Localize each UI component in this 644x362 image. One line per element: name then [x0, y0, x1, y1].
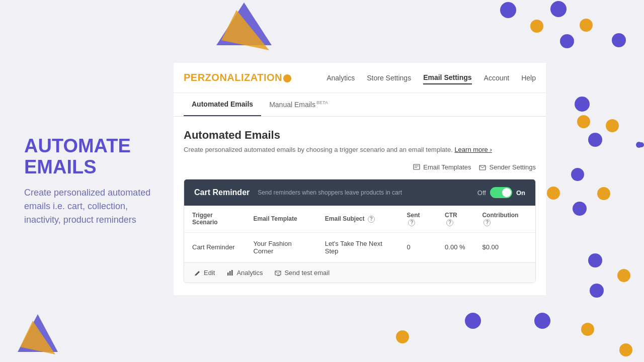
promo-heading: AUTOMATE EMAILS: [24, 136, 165, 178]
row-sent: 0: [398, 232, 437, 262]
decorative-dot-22: [619, 343, 632, 356]
decorative-dot-19: [534, 313, 550, 329]
nav-analytics[interactable]: Analytics: [327, 72, 355, 84]
th-subject-label: Email Subject: [325, 215, 365, 222]
contribution-info-icon[interactable]: ?: [484, 219, 491, 226]
brand-name: PERZONALIZATION: [184, 72, 282, 83]
ctr-info-icon[interactable]: ?: [446, 219, 453, 226]
toggle-track[interactable]: [490, 187, 512, 198]
page-title: Automated Emails: [184, 129, 536, 142]
th-ctr: CTR ?: [437, 206, 474, 232]
th-ctr-label: CTR: [445, 212, 457, 219]
navbar: PERZONALIZATION Analytics Store Settings…: [174, 63, 546, 93]
bottom-left-logo-decoration: [15, 312, 60, 357]
nav-links: Analytics Store Settings Email Settings …: [327, 71, 536, 84]
sender-settings-label: Sender Settings: [489, 163, 536, 171]
row-trigger: Cart Reminder: [184, 232, 246, 262]
decorative-dot-8: [606, 119, 619, 132]
email-table: Trigger Scenario Email Template Email Su…: [184, 206, 535, 262]
th-subject: Email Subject ?: [317, 206, 399, 232]
decorative-dot-11: [571, 168, 584, 181]
action-row: Email Templates Sender Settings: [184, 163, 536, 171]
toggle-off-label: Off: [477, 189, 486, 197]
toggle-switch[interactable]: [490, 187, 512, 198]
decorative-dot-1: [550, 1, 567, 17]
template-icon: [413, 164, 420, 171]
page-description: Create personalized automated emails by …: [184, 146, 536, 153]
tab-manual-label: Manual Emails: [269, 101, 315, 109]
decorative-dot-3: [580, 19, 593, 32]
send-test-label: Send test email: [284, 269, 330, 277]
top-logo-decoration: [211, 0, 277, 55]
decorative-dot-5: [612, 33, 626, 47]
th-template: Email Template: [246, 206, 317, 232]
learn-more-link[interactable]: Learn more ›: [454, 146, 492, 153]
page-desc-text: Create personalized automated emails by …: [184, 146, 453, 153]
content-area: Automated Emails Create personalized aut…: [174, 117, 546, 295]
svg-rect-11: [231, 270, 233, 276]
tabs-bar: Automated Emails Manual EmailsBETA: [174, 93, 546, 117]
brand-logo[interactable]: PERZONALIZATION: [184, 72, 291, 83]
card-title: Cart Reminder: [194, 188, 250, 197]
decorative-dot-18: [465, 313, 481, 329]
table-row: Cart Reminder Your Fashion Corner Let's …: [184, 232, 535, 262]
nav-email-settings[interactable]: Email Settings: [423, 71, 471, 84]
sent-info-icon[interactable]: ?: [408, 219, 415, 226]
decorative-dot-10: [636, 142, 642, 148]
send-test-icon: [275, 269, 281, 276]
card-description: Send reminders when shoppers leave produ…: [258, 189, 402, 196]
decorative-dot-4: [560, 34, 574, 48]
decorative-dot-14: [573, 202, 587, 216]
decorative-dot-2: [530, 20, 543, 33]
promo-body: Create personalized automated emails i.e…: [24, 186, 165, 227]
nav-store-settings[interactable]: Store Settings: [367, 72, 411, 84]
th-sent-label: Sent: [407, 212, 420, 219]
th-contribution-label: Contribution: [482, 212, 518, 219]
tab-automated-emails[interactable]: Automated Emails: [184, 93, 261, 116]
table-header-row: Trigger Scenario Email Template Email Su…: [184, 206, 535, 232]
beta-badge: BETA: [316, 100, 328, 105]
decorative-dot-0: [500, 2, 516, 18]
row-template: Your Fashion Corner: [246, 232, 317, 262]
svg-rect-4: [414, 164, 420, 169]
decorative-dot-15: [588, 253, 602, 267]
decorative-dot-7: [577, 115, 590, 128]
svg-rect-10: [229, 271, 231, 276]
decorative-dot-20: [396, 330, 409, 343]
analytics-button[interactable]: Analytics: [227, 269, 263, 277]
decorative-dot-21: [581, 323, 594, 336]
edit-label: Edit: [204, 269, 215, 277]
decorative-dot-16: [617, 269, 630, 282]
decorative-dot-12: [547, 187, 560, 200]
svg-rect-9: [227, 273, 229, 276]
nav-account[interactable]: Account: [484, 72, 510, 84]
card-header: Cart Reminder Send reminders when shoppe…: [184, 179, 535, 206]
sender-settings-button[interactable]: Sender Settings: [479, 163, 536, 171]
sender-icon: [479, 164, 486, 171]
row-subject: Let's Take The Next Step: [317, 232, 399, 262]
card-footer: Edit Analytics Send test email: [184, 262, 535, 283]
row-ctr: 0.00 %: [437, 232, 474, 262]
brand-icon: [283, 74, 291, 82]
th-sent: Sent ?: [398, 206, 437, 232]
decorative-dot-23: [639, 142, 644, 147]
analytics-icon: [227, 269, 233, 276]
left-promo-content: AUTOMATE EMAILS Create personalized auto…: [24, 136, 165, 227]
th-contribution: Contribution ?: [474, 206, 535, 232]
nav-help[interactable]: Help: [521, 72, 536, 84]
subject-info-icon[interactable]: ?: [368, 216, 375, 223]
toggle-thumb: [502, 188, 511, 197]
analytics-label: Analytics: [236, 269, 263, 277]
edit-icon: [194, 269, 201, 276]
row-contribution: $0.00: [474, 232, 535, 262]
send-test-button[interactable]: Send test email: [275, 269, 330, 277]
edit-button[interactable]: Edit: [194, 269, 215, 277]
cart-reminder-card: Cart Reminder Send reminders when shoppe…: [184, 179, 536, 283]
decorative-dot-6: [575, 97, 590, 112]
decorative-dot-17: [590, 284, 604, 298]
email-templates-button[interactable]: Email Templates: [413, 163, 471, 171]
tab-manual-emails[interactable]: Manual EmailsBETA: [261, 93, 336, 116]
decorative-dot-13: [597, 187, 610, 200]
toggle-area: Off On: [477, 187, 525, 198]
page-content: Automated Emails Manual EmailsBETA Autom…: [174, 93, 546, 295]
